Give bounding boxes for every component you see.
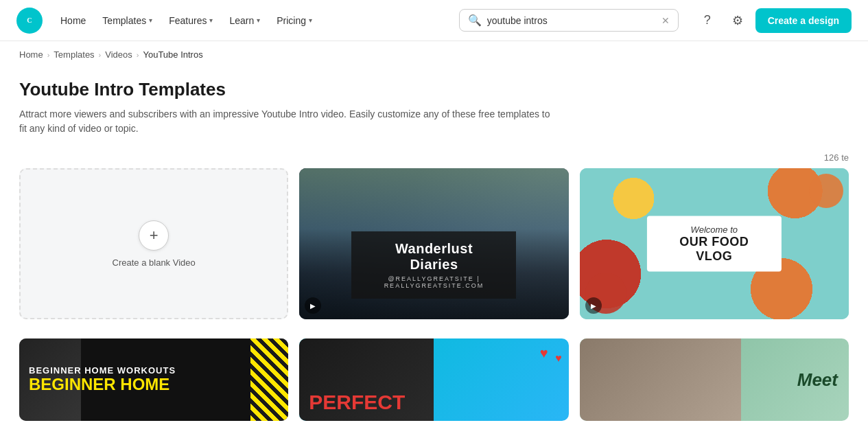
perfect-text: PERFECT — [309, 391, 405, 414]
breadcrumb: Home › Templates › Videos › YouTube Intr… — [0, 41, 868, 68]
heart-icon-2: ♥ — [555, 352, 562, 365]
svg-text:C: C — [27, 16, 32, 24]
breadcrumb-sep-1: › — [47, 51, 50, 59]
help-icon: ? — [704, 13, 711, 27]
foodvlog-welcome: Welcome to — [661, 225, 768, 235]
features-chevron-icon: ▾ — [209, 16, 213, 24]
search-input[interactable]: youtube intros — [487, 15, 656, 26]
template-foodvlog[interactable]: Welcome to OUR FOOD VLOG ▶ — [580, 168, 849, 319]
workout-main-text: BEGINNER HOME — [29, 376, 279, 393]
food-item-1 — [809, 174, 843, 208]
canva-logo[interactable]: C — [16, 8, 43, 34]
template-count: 126 te — [824, 152, 849, 163]
template-wanderlust[interactable]: Wanderlust Diaries @REALLYGREATSITE | RE… — [299, 168, 568, 319]
foodvlog-main: OUR FOOD VLOG — [661, 235, 768, 264]
breadcrumb-templates[interactable]: Templates — [54, 49, 94, 60]
wanderlust-subtitle: @REALLYGREATSITE | REALLYGREATSITE.COM — [371, 275, 497, 289]
blank-video-card[interactable]: + Create a blank Video — [19, 168, 288, 319]
pet-photo — [580, 338, 741, 421]
nav-home[interactable]: Home — [54, 10, 93, 32]
plus-icon: + — [139, 220, 169, 251]
settings-button[interactable]: ⚙ — [725, 8, 750, 33]
play-icon-foodvlog: ▶ — [585, 297, 602, 314]
breadcrumb-current: YouTube Intros — [143, 49, 202, 60]
template-grid-row2: BEGINNER HOME WORKOUTS BEGINNER HOME ♥ ♥… — [0, 338, 868, 425]
create-design-button[interactable]: Create a design — [755, 8, 852, 33]
template-pet[interactable]: Meet — [580, 338, 849, 421]
pricing-chevron-icon: ▾ — [309, 16, 312, 24]
template-grid-row1: + Create a blank Video Wanderlust Diarie… — [0, 168, 868, 338]
hero-section: Youtube Intro Templates Attract more vie… — [0, 68, 868, 150]
nav-learn[interactable]: Learn ▾ — [222, 10, 267, 32]
nav-templates[interactable]: Templates ▾ — [95, 10, 159, 32]
templates-chevron-icon: ▾ — [149, 16, 152, 24]
clear-search-icon[interactable]: ✕ — [661, 15, 670, 26]
pet-text: Meet — [797, 369, 838, 391]
workout-top-text: BEGINNER HOME WORKOUTS — [29, 365, 279, 376]
heart-icon-1: ♥ — [540, 345, 548, 361]
breadcrumb-home[interactable]: Home — [19, 49, 43, 60]
search-bar: 🔍 youtube intros ✕ — [459, 9, 679, 32]
wanderlust-overlay: Wanderlust Diaries @REALLYGREATSITE | RE… — [351, 231, 516, 299]
nav-features[interactable]: Features ▾ — [162, 10, 220, 32]
hero-description: Attract more viewers and subscribers wit… — [19, 107, 554, 136]
foodvlog-text-block: Welcome to OUR FOOD VLOG — [647, 216, 782, 272]
workout-text: BEGINNER HOME WORKOUTS BEGINNER HOME — [19, 338, 288, 421]
search-icon: 🔍 — [468, 14, 482, 27]
page-title: Youtube Intro Templates — [19, 79, 849, 100]
template-workout[interactable]: BEGINNER HOME WORKOUTS BEGINNER HOME — [19, 338, 288, 421]
nav-pricing[interactable]: Pricing ▾ — [270, 10, 319, 32]
breadcrumb-sep-3: › — [137, 51, 139, 59]
breadcrumb-sep-2: › — [99, 51, 102, 59]
nav-links: Home Templates ▾ Features ▾ Learn ▾ Pric… — [54, 10, 443, 32]
navbar: C Home Templates ▾ Features ▾ Learn ▾ Pr… — [0, 0, 868, 41]
blank-card-label: Create a blank Video — [113, 257, 196, 268]
wanderlust-title: Wanderlust Diaries — [371, 241, 497, 273]
help-button[interactable]: ? — [695, 8, 720, 33]
breadcrumb-videos[interactable]: Videos — [105, 49, 132, 60]
template-count-row: 126 te — [0, 150, 868, 168]
template-perfect[interactable]: ♥ ♥ PERFECT — [299, 338, 568, 421]
nav-actions: ? ⚙ Create a design — [695, 8, 852, 33]
learn-chevron-icon: ▾ — [257, 16, 260, 24]
gear-icon: ⚙ — [732, 13, 743, 28]
